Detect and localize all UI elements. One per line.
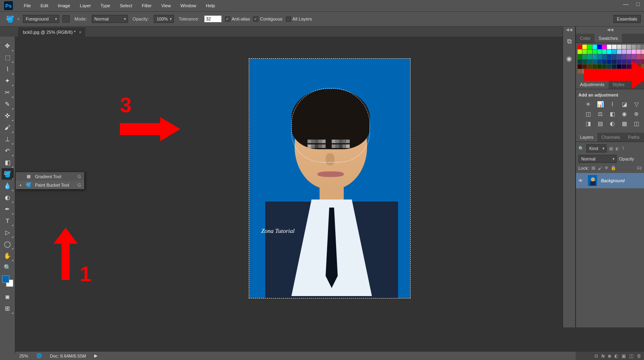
invert-icon[interactable]: ◨ <box>584 120 592 127</box>
mode-select[interactable]: Normal <box>92 15 128 23</box>
swatch-cell[interactable] <box>592 54 597 59</box>
hand-tool[interactable]: ✋ <box>2 250 14 261</box>
channels-tab[interactable]: Channels <box>597 133 624 142</box>
mixer-icon[interactable]: ⊕ <box>632 110 641 117</box>
antialias-checkbox[interactable]: ✓Anti-alias <box>225 16 250 22</box>
document-canvas[interactable]: Zona Tutorial <box>249 59 410 298</box>
menu-layer[interactable]: Layer <box>75 1 96 10</box>
canvas-area[interactable]: Zona Tutorial 1 2 3 <box>15 37 644 354</box>
swatch-cell[interactable] <box>617 54 621 59</box>
swatch-cell[interactable] <box>641 54 644 59</box>
menu-select[interactable]: Select <box>115 1 137 10</box>
window-maximize[interactable]: □ <box>632 0 644 8</box>
exposure-icon[interactable]: ◪ <box>620 101 629 108</box>
swatch-cell[interactable] <box>612 45 616 49</box>
swatch-cell[interactable] <box>578 49 582 54</box>
status-arrow-icon[interactable]: ▶ <box>94 353 97 358</box>
brightness-icon[interactable]: ☀ <box>584 101 592 108</box>
pen-tool[interactable]: ✒ <box>2 203 14 215</box>
swatch-cell[interactable] <box>592 49 597 54</box>
visibility-icon[interactable]: 👁 <box>578 178 584 183</box>
balance-icon[interactable]: ⚖ <box>596 110 605 117</box>
crop-tool[interactable]: ✂ <box>2 86 14 98</box>
eyedropper-tool[interactable]: ✎ <box>2 98 14 110</box>
swatch-cell[interactable] <box>587 45 592 49</box>
dodge-tool[interactable]: ◐ <box>2 191 14 203</box>
swatch-cell[interactable] <box>612 54 616 59</box>
swatch-cell[interactable] <box>578 64 582 69</box>
adj-layer-icon[interactable]: ◐ <box>614 353 618 359</box>
menu-window[interactable]: Window <box>175 1 201 10</box>
history-panel-icon[interactable]: ⧉ <box>564 37 574 46</box>
swatch-cell[interactable] <box>582 45 587 49</box>
paint-bucket-tool-item[interactable]: ▪🪣Paint Bucket ToolG <box>16 181 84 189</box>
swatch-cell[interactable] <box>602 54 607 59</box>
filter-adj-icon[interactable]: ◐ <box>615 146 619 151</box>
swatch-cell[interactable] <box>636 45 641 49</box>
fx-icon[interactable]: fx <box>601 353 605 359</box>
color-tab[interactable]: Color <box>576 34 594 43</box>
layer-thumbnail[interactable] <box>587 175 598 187</box>
document-tab[interactable]: bck0.jpg @ 25% (RGB/8) * × <box>18 27 85 37</box>
swatch-cell[interactable] <box>597 54 602 59</box>
screenmode-toggle[interactable]: ⊞ <box>2 302 14 314</box>
collapse-panels-icon[interactable]: ◀◀ <box>576 27 644 34</box>
menu-filter[interactable]: Filter <box>137 1 156 10</box>
swatch-cell[interactable] <box>578 60 582 64</box>
gradient-tool-item[interactable]: ▦Gradient ToolG <box>16 172 84 181</box>
paths-tab[interactable]: Paths <box>624 133 644 142</box>
hue-icon[interactable]: ◫ <box>584 110 592 117</box>
close-tab-icon[interactable]: × <box>79 30 81 35</box>
menu-image[interactable]: Image <box>53 1 75 10</box>
status-globe-icon[interactable]: 🌐 <box>36 353 42 358</box>
zoom-level[interactable]: 25% <box>19 354 28 358</box>
zoom-tool[interactable]: 🔍 <box>2 261 14 273</box>
swatch-cell[interactable] <box>627 49 631 54</box>
bw-icon[interactable]: ◧ <box>608 110 617 117</box>
swatch-cell[interactable] <box>641 45 644 49</box>
swatch-cell[interactable] <box>578 69 582 74</box>
swatch-cell[interactable] <box>627 54 631 59</box>
swatch-cell[interactable] <box>578 54 582 59</box>
swatch-cell[interactable] <box>578 45 582 49</box>
swatch-cell[interactable] <box>617 49 621 54</box>
levels-icon[interactable]: 📊 <box>596 101 605 108</box>
layer-filter-select[interactable]: Kind <box>586 144 607 152</box>
properties-panel-icon[interactable]: ◉ <box>564 54 574 63</box>
gradient-map-icon[interactable]: ▦ <box>620 120 629 127</box>
swatch-cell[interactable] <box>641 49 644 54</box>
photofilter-icon[interactable]: ◉ <box>620 110 629 117</box>
group-icon[interactable]: ▣ <box>621 353 626 359</box>
swatch-cell[interactable] <box>607 54 611 59</box>
collapse-arrow-icon[interactable]: ◀◀ <box>563 27 575 34</box>
marquee-tool[interactable]: ⬚ <box>2 51 14 63</box>
menu-file[interactable]: File <box>19 1 36 10</box>
swatch-cell[interactable] <box>636 49 641 54</box>
mask-icon[interactable]: ◙ <box>608 353 611 359</box>
lock-paint-icon[interactable]: 🖌 <box>598 166 602 171</box>
healing-tool[interactable]: ✜ <box>2 110 14 121</box>
swatch-cell[interactable] <box>612 49 616 54</box>
opacity-select[interactable]: 100% <box>154 15 174 23</box>
wand-tool[interactable]: ✦ <box>2 75 14 86</box>
filter-type-icon[interactable]: T <box>622 146 625 151</box>
swatch-cell[interactable] <box>582 54 587 59</box>
swatch-cell[interactable] <box>607 45 611 49</box>
swatch-cell[interactable] <box>622 49 626 54</box>
fill-source-select[interactable]: Foreground <box>23 15 59 23</box>
swatch-cell[interactable] <box>587 54 592 59</box>
layer-background[interactable]: 👁 Background <box>576 173 644 188</box>
doc-size[interactable]: Doc: 8.64M/6.55M <box>50 354 86 358</box>
swatch-cell[interactable] <box>632 54 636 59</box>
stamp-tool[interactable]: ⊥ <box>2 133 14 145</box>
swatch-cell[interactable] <box>582 49 587 54</box>
swatch-cell[interactable] <box>636 54 641 59</box>
posterize-icon[interactable]: ▤ <box>596 120 605 127</box>
new-layer-icon[interactable]: ◫ <box>629 353 634 359</box>
swatch-cell[interactable] <box>602 45 607 49</box>
threshold-icon[interactable]: ◐ <box>608 120 617 127</box>
lasso-tool[interactable]: ⌇ <box>2 63 14 75</box>
blend-mode-select[interactable]: Normal <box>578 155 617 163</box>
menu-edit[interactable]: Edit <box>36 1 53 10</box>
menu-type[interactable]: Type <box>96 1 115 10</box>
